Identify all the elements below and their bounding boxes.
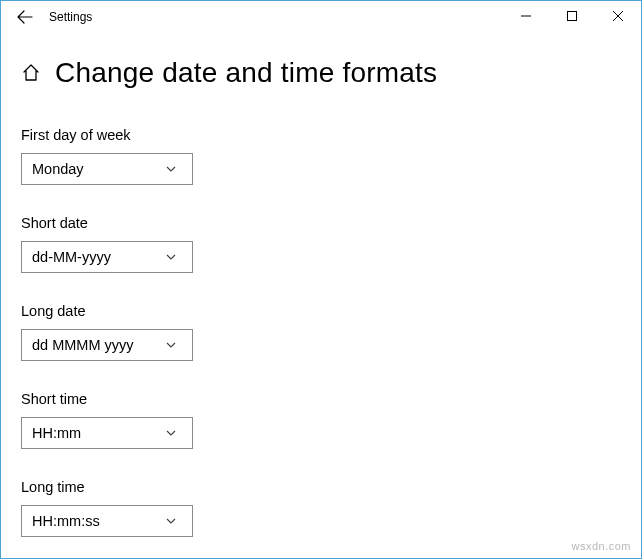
window-title: Settings: [49, 10, 92, 24]
short-time-select[interactable]: HH:mm: [21, 417, 193, 449]
field-long-time: Long time HH:mm:ss: [21, 479, 621, 537]
select-value: HH:mm: [32, 425, 156, 441]
long-time-select[interactable]: HH:mm:ss: [21, 505, 193, 537]
field-label: First day of week: [21, 127, 621, 143]
select-value: HH:mm:ss: [32, 513, 156, 529]
close-icon: [613, 11, 623, 21]
maximize-button[interactable]: [549, 1, 595, 31]
window-controls: [503, 1, 641, 31]
svg-rect-0: [568, 12, 577, 21]
chevron-down-icon: [156, 251, 186, 263]
minimize-icon: [521, 11, 531, 21]
field-label: Short date: [21, 215, 621, 231]
field-long-date: Long date dd MMMM yyyy: [21, 303, 621, 361]
field-short-date: Short date dd-MM-yyyy: [21, 215, 621, 273]
chevron-down-icon: [156, 515, 186, 527]
home-button[interactable]: [21, 63, 41, 83]
home-icon: [21, 63, 41, 83]
arrow-left-icon: [17, 9, 33, 25]
minimize-button[interactable]: [503, 1, 549, 31]
first-day-of-week-select[interactable]: Monday: [21, 153, 193, 185]
select-value: dd MMMM yyyy: [32, 337, 156, 353]
page-title: Change date and time formats: [55, 57, 437, 89]
maximize-icon: [567, 11, 577, 21]
select-value: Monday: [32, 161, 156, 177]
field-label: Long date: [21, 303, 621, 319]
short-date-select[interactable]: dd-MM-yyyy: [21, 241, 193, 273]
chevron-down-icon: [156, 339, 186, 351]
field-label: Short time: [21, 391, 621, 407]
select-value: dd-MM-yyyy: [32, 249, 156, 265]
page-header: Change date and time formats: [21, 57, 621, 89]
field-first-day-of-week: First day of week Monday: [21, 127, 621, 185]
watermark: wsxdn.com: [571, 540, 631, 552]
long-date-select[interactable]: dd MMMM yyyy: [21, 329, 193, 361]
chevron-down-icon: [156, 427, 186, 439]
close-button[interactable]: [595, 1, 641, 31]
chevron-down-icon: [156, 163, 186, 175]
content-area: Change date and time formats First day o…: [1, 33, 641, 559]
field-short-time: Short time HH:mm: [21, 391, 621, 449]
field-label: Long time: [21, 479, 621, 495]
back-button[interactable]: [9, 1, 41, 33]
